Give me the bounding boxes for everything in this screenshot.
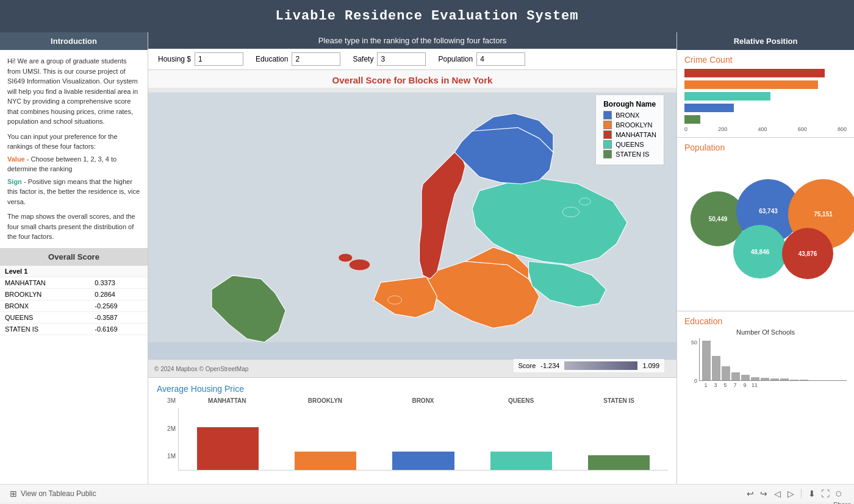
ranking-bar: Please type in the ranking of the follow…: [148, 32, 676, 49]
population-group: Population: [438, 52, 525, 66]
crime-bar-row: [684, 68, 847, 78]
housing-borough-label: BRONX: [374, 397, 472, 408]
score-row: BROOKLYN0.2864: [0, 288, 148, 300]
intro-text: Hi! We are a group of graduate students …: [0, 50, 148, 248]
education-label: Education: [256, 55, 288, 63]
housing-bar: [588, 455, 650, 470]
population-title: Population: [684, 143, 847, 152]
housing-borough-label: QUEENS: [472, 397, 570, 408]
toolbar-separator: [801, 489, 802, 499]
edu-bar: [741, 375, 750, 380]
map-container: Overall Score for Blocks in New York: [148, 70, 676, 377]
edu-x-labels: 1357911: [699, 381, 847, 389]
housing-bars-row: [178, 408, 668, 470]
map-attribution: © 2024 Mapbox © OpenStreetMap: [154, 366, 248, 372]
score-row: MANHATTAN0.3373: [0, 277, 148, 288]
back-button[interactable]: ◁: [772, 488, 783, 499]
relative-position-header: Relative Position: [677, 32, 854, 50]
score-bar: Score -1.234 1.099: [514, 359, 664, 372]
score-row: BRONX-0.2569: [0, 300, 148, 311]
edu-bars: [699, 338, 847, 381]
housing-bar-wrap: [375, 452, 472, 470]
edu-bar: [722, 366, 730, 380]
crime-x-axis: 0200400600800: [684, 126, 847, 132]
legend-color-swatch: [603, 130, 612, 139]
housing-bars-area: MANHATTANBROOKLYNBRONXQUEENSSTATEN IS: [178, 397, 668, 470]
population-bubble: 48,846: [733, 225, 787, 279]
ranking-inputs: Housing $ Education Safety Population: [148, 49, 676, 70]
housing-bar: [295, 452, 356, 470]
fullscreen-button[interactable]: ⛶: [820, 488, 831, 499]
housing-bar-wrap: [276, 452, 374, 470]
housing-borough-label: MANHATTAN: [178, 397, 276, 408]
housing-label: Housing $: [158, 55, 191, 63]
edu-bar: [790, 380, 798, 380]
housing-bar-wrap: [472, 452, 570, 470]
score-table: Level 1 MANHATTAN0.3373BROOKLYN0.2864BRO…: [0, 266, 148, 335]
legend-color-swatch: [603, 111, 612, 119]
legend-item: QUEENS: [603, 140, 656, 149]
housing-bar: [392, 452, 454, 470]
legend-title: Borough Name: [603, 100, 656, 108]
housing-bar: [490, 452, 552, 470]
housing-bar-wrap: [179, 427, 276, 470]
score-max: 1.099: [642, 362, 659, 369]
housing-input[interactable]: [195, 52, 243, 66]
crime-chart: [684, 68, 847, 124]
svg-point-3: [562, 207, 580, 217]
edu-bar: [800, 380, 808, 380]
share-button[interactable]: ⬡ Share: [833, 488, 844, 499]
redo-button[interactable]: ↪: [758, 488, 769, 499]
svg-point-5: [388, 296, 402, 304]
svg-point-1: [349, 259, 370, 270]
housing-group: Housing $: [158, 52, 243, 66]
download-button[interactable]: ⬇: [806, 488, 817, 499]
tableau-icon: ⊞: [10, 489, 17, 499]
tableau-link[interactable]: ⊞ View on Tableau Public: [10, 489, 96, 499]
legend-color-swatch: [603, 150, 612, 158]
undo-button[interactable]: ↩: [745, 488, 756, 499]
score-gradient: [564, 361, 637, 370]
overall-score-header: Overall Score: [0, 248, 148, 266]
map-legend: Borough Name BRONXBROOKLYNMANHATTANQUEEN…: [595, 94, 664, 165]
edu-bar: [770, 378, 779, 380]
housing-borough-label: STATEN IS: [570, 397, 668, 408]
bottom-bar: ⊞ View on Tableau Public ↩ ↪ ◁ ▷ ⬇ ⛶ ⬡ S…: [0, 484, 854, 502]
score-row: STATEN IS-0.6169: [0, 323, 148, 335]
map-title: Overall Score for Blocks in New York: [148, 70, 676, 88]
population-input[interactable]: [476, 52, 525, 66]
intro-header: Introduction: [0, 32, 148, 50]
svg-point-2: [339, 254, 353, 262]
legend-item: MANHATTAN: [603, 130, 656, 139]
safety-input[interactable]: [377, 52, 426, 66]
education-title: Education: [684, 316, 847, 326]
edu-chart-subtitle: Number Of Schools: [684, 328, 847, 336]
crime-section: Crime Count 0200400600800: [677, 50, 854, 138]
crime-bar-row: [684, 91, 847, 101]
housing-borough-label: BROOKLYN: [276, 397, 375, 408]
crime-bar: [684, 80, 818, 89]
legend-item: BROOKLYN: [603, 121, 656, 129]
edu-bar: [780, 378, 789, 380]
housing-y-axis: 3M 2M 1M: [157, 397, 178, 470]
header-title: Livable Residence Evaluation System: [275, 9, 578, 24]
legend-color-swatch: [603, 140, 612, 149]
education-input[interactable]: [292, 52, 340, 66]
toolbar-icons: ↩ ↪ ◁ ▷ ⬇ ⛶ ⬡ Share: [745, 488, 844, 499]
housing-borough-labels: MANHATTANBROOKLYNBRONXQUEENSSTATEN IS: [178, 397, 668, 408]
center-panel: Please type in the ranking of the follow…: [148, 32, 677, 484]
crime-bar: [684, 69, 825, 77]
housing-chart: 3M 2M 1M MANHATTANBROOKLYNBRONXQUEENSSTA…: [157, 397, 668, 470]
crime-bar-row: [684, 115, 847, 124]
crime-bar: [684, 115, 700, 124]
population-section: Population 50,44963,74375,15148,84643,87…: [677, 138, 854, 311]
education-section: Education Number Of Schools 50 0 13579: [677, 311, 854, 484]
svg-point-4: [580, 198, 590, 205]
population-bubble: 43,876: [782, 228, 833, 279]
forward-button[interactable]: ▷: [785, 488, 796, 499]
view-on-tableau[interactable]: View on Tableau Public: [21, 489, 96, 498]
crime-title: Crime Count: [684, 55, 847, 65]
edu-bar: [712, 356, 720, 380]
safety-group: Safety: [353, 52, 426, 66]
housing-section: Average Housing Price 3M 2M 1M MANHATTAN…: [148, 377, 676, 484]
